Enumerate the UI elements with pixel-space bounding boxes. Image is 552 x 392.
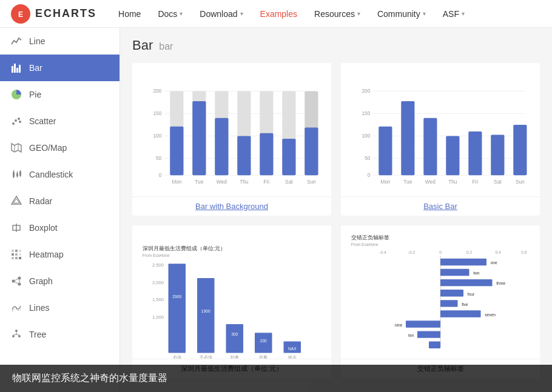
chart-label-bar-with-bg: Bar with Background (132, 196, 331, 216)
svg-rect-3 (14, 64, 16, 73)
svg-text:150: 150 (362, 110, 371, 116)
svg-rect-146 (429, 342, 440, 348)
svg-rect-65 (237, 136, 251, 175)
svg-text:Fri: Fri (263, 179, 269, 185)
boxplot-icon (10, 222, 23, 233)
svg-line-36 (15, 279, 18, 281)
sidebar-item-line[interactable]: Line (0, 28, 119, 55)
svg-point-35 (18, 283, 21, 286)
svg-rect-91 (491, 135, 504, 176)
page-title: Bar bar (132, 38, 540, 53)
sidebar-item-lines[interactable]: Lines (0, 294, 119, 321)
svg-text:娱乐: 娱乐 (288, 355, 297, 359)
nav-home[interactable]: Home (111, 0, 148, 28)
svg-text:-0.4: -0.4 (379, 250, 386, 254)
sidebar-item-heatmap[interactable]: Heatmap (0, 241, 119, 268)
svg-rect-30 (12, 257, 14, 259)
svg-text:交错正负轴标签: 交错正负轴标签 (351, 234, 389, 241)
svg-text:four: four (468, 292, 475, 296)
chart-card-bar-with-bg[interactable]: 200 150 100 50 0 (132, 63, 331, 216)
logo[interactable]: E ECHARTS (10, 3, 96, 25)
sidebar-item-tree[interactable]: Tree (0, 321, 119, 348)
svg-rect-142 (406, 321, 440, 327)
chart-card-stacked-bar[interactable]: 深圳月最低生活费组成（单位:元） From EcaHone 2,500 2,00… (132, 225, 331, 378)
svg-rect-140 (440, 310, 481, 317)
nav-resources[interactable]: Resources ▾ (307, 0, 368, 28)
svg-text:Thu: Thu (240, 179, 249, 185)
svg-text:five: five (462, 302, 468, 307)
svg-text:1,500: 1,500 (152, 297, 164, 302)
layout: Line Bar Pie (0, 28, 552, 392)
svg-text:2900: 2900 (172, 294, 181, 299)
logo-icon: E (10, 3, 32, 25)
svg-rect-138 (440, 300, 458, 307)
lines-icon (10, 302, 23, 313)
svg-point-7 (15, 119, 17, 122)
svg-text:0.2: 0.2 (466, 250, 473, 254)
svg-rect-108 (197, 278, 215, 353)
sidebar-item-graph[interactable]: Graph (0, 268, 119, 294)
sidebar: Line Bar Pie (0, 28, 120, 392)
svg-rect-106 (169, 264, 186, 353)
sidebar-item-geo-map[interactable]: GEO/Map (0, 135, 119, 161)
nav-docs-caret: ▾ (180, 10, 183, 17)
svg-rect-31 (15, 257, 18, 259)
svg-rect-5 (19, 65, 21, 73)
svg-text:300: 300 (231, 332, 238, 336)
svg-rect-32 (19, 257, 21, 259)
svg-rect-24 (12, 250, 14, 252)
svg-rect-130 (440, 259, 486, 265)
svg-text:Sun: Sun (307, 179, 316, 185)
sidebar-item-radar[interactable]: Radar (0, 188, 119, 214)
charts-grid: 200 150 100 50 0 (132, 63, 540, 378)
svg-point-34 (18, 277, 21, 280)
svg-point-39 (15, 330, 18, 332)
sidebar-item-bar[interactable]: Bar (0, 55, 119, 81)
map-icon (10, 142, 23, 153)
svg-rect-2 (12, 66, 13, 73)
nav-asf[interactable]: ASF ▾ (436, 0, 472, 28)
chart-card-basic-bar[interactable]: 200 150 100 50 0 Mon (341, 63, 540, 216)
svg-text:Wed: Wed (425, 179, 436, 185)
svg-text:不必须: 不必须 (200, 355, 212, 359)
svg-rect-88 (423, 118, 437, 175)
nav-community[interactable]: Community ▾ (370, 0, 433, 28)
sidebar-item-scatter[interactable]: Scatter (0, 108, 119, 135)
sidebar-item-boxplot[interactable]: Boxplot (0, 214, 119, 241)
nav-download[interactable]: Download ▾ (192, 0, 250, 28)
svg-text:Fri: Fri (472, 179, 478, 185)
svg-text:2,500: 2,500 (152, 262, 164, 268)
svg-rect-144 (417, 331, 440, 337)
svg-text:nine: nine (395, 323, 403, 327)
svg-text:200: 200 (260, 339, 267, 343)
svg-rect-68 (305, 128, 318, 176)
svg-text:From EcaHone: From EcaHone (351, 242, 379, 247)
svg-text:From EcaHone: From EcaHone (143, 253, 170, 257)
nav: Home Docs ▾ Download ▾ Examples Resource… (111, 0, 472, 28)
header: E ECHARTS Home Docs ▾ Download ▾ Example… (0, 0, 552, 28)
svg-text:one: one (491, 261, 497, 265)
svg-rect-89 (446, 136, 459, 175)
sidebar-item-candlestick[interactable]: Candlestick (0, 161, 119, 188)
tree-icon (10, 329, 23, 340)
svg-rect-87 (401, 101, 414, 175)
nav-examples[interactable]: Examples (253, 0, 305, 28)
svg-rect-132 (440, 269, 470, 276)
bar-icon (10, 62, 23, 73)
sidebar-item-pie[interactable]: Pie (0, 81, 119, 108)
svg-rect-25 (15, 250, 18, 252)
chart-preview-stacked-bar: 深圳月最低生活费组成（单位:元） From EcaHone 2,500 2,00… (132, 225, 331, 359)
svg-point-41 (18, 335, 21, 337)
svg-text:轻奢: 轻奢 (231, 355, 239, 359)
svg-point-8 (18, 118, 20, 120)
svg-text:Sun: Sun (516, 179, 525, 185)
svg-text:Mon: Mon (380, 179, 391, 185)
svg-text:150: 150 (153, 110, 162, 116)
svg-text:0: 0 (368, 172, 371, 178)
chart-preview-bar-with-bg: 200 150 100 50 0 (132, 63, 331, 196)
nav-download-caret: ▾ (240, 10, 243, 17)
notification-bar: 物联网监控系统之神奇的水量度量器 (0, 365, 552, 392)
svg-text:必须: 必须 (173, 355, 181, 359)
nav-docs[interactable]: Docs ▾ (150, 0, 190, 28)
chart-card-diverging-bar[interactable]: 交错正负轴标签 From EcaHone -0.4 -0.2 0 0.2 0.4… (341, 225, 540, 378)
